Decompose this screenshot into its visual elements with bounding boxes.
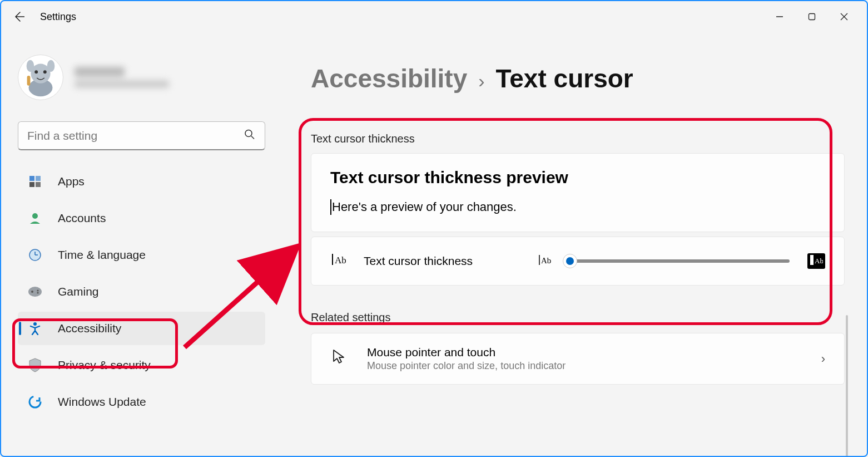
mouse-pointer-icon	[330, 348, 348, 370]
sidebar-item-label: Gaming	[58, 285, 99, 298]
sidebar-item-accounts[interactable]: Accounts	[18, 202, 265, 235]
sidebar-item-update[interactable]: Windows Update	[18, 385, 265, 419]
sidebar-item-accessibility[interactable]: Accessibility	[18, 312, 265, 345]
profile-info	[75, 67, 169, 88]
section-label-thickness: Text cursor thickness	[311, 132, 845, 145]
main-content: Accessibility › Text cursor Text cursor …	[282, 32, 867, 456]
slider-label: Text cursor thickness	[364, 254, 473, 268]
related-desc: Mouse pointer color and size, touch indi…	[367, 360, 802, 372]
svg-rect-30	[810, 255, 814, 265]
svg-point-24	[33, 322, 37, 326]
svg-point-21	[31, 291, 33, 293]
search-input[interactable]	[18, 121, 265, 150]
sidebar-item-apps[interactable]: Apps	[18, 165, 265, 198]
svg-text:Ab: Ab	[541, 256, 551, 265]
svg-rect-13	[36, 176, 41, 181]
breadcrumb-parent[interactable]: Accessibility	[311, 63, 467, 94]
svg-text:Ab: Ab	[815, 257, 823, 265]
text-cursor-preview-icon	[330, 199, 331, 215]
time-icon	[28, 248, 42, 262]
page-title: Text cursor	[496, 63, 633, 94]
preview-title: Text cursor thickness preview	[330, 168, 825, 187]
window-controls	[763, 6, 860, 28]
profile-email	[75, 80, 169, 88]
svg-rect-15	[36, 182, 41, 187]
svg-line-11	[251, 136, 254, 139]
svg-point-6	[43, 70, 47, 73]
sidebar-item-label: Time & language	[58, 248, 146, 262]
back-button[interactable]	[8, 6, 30, 28]
close-button[interactable]	[828, 6, 860, 28]
svg-point-7	[27, 60, 34, 72]
sidebar-item-time[interactable]: Time & language	[18, 238, 265, 272]
privacy-icon	[28, 358, 42, 372]
slider-thumb[interactable]	[563, 254, 577, 268]
svg-rect-14	[29, 182, 34, 187]
apps-icon	[28, 174, 42, 189]
scrollbar[interactable]	[846, 315, 848, 456]
thickness-lead-icon: Ab	[330, 252, 346, 271]
svg-rect-12	[29, 176, 34, 181]
sidebar-item-privacy[interactable]: Privacy & security	[18, 348, 265, 382]
sidebar-item-label: Privacy & security	[58, 358, 151, 372]
svg-point-5	[34, 70, 38, 73]
related-item-mouse[interactable]: Mouse pointer and touch Mouse pointer co…	[311, 333, 845, 385]
svg-point-10	[245, 130, 252, 137]
svg-point-16	[32, 213, 38, 219]
svg-point-23	[37, 292, 38, 293]
preview-card: Text cursor thickness preview Here's a p…	[311, 153, 845, 232]
preview-row: Here's a preview of your changes.	[330, 199, 825, 215]
chevron-right-icon: ›	[478, 70, 484, 92]
svg-text:Ab: Ab	[335, 255, 346, 266]
related-title: Mouse pointer and touch	[367, 346, 802, 359]
slider-min-icon: Ab	[538, 253, 552, 269]
update-icon	[28, 395, 42, 409]
preview-text: Here's a preview of your changes.	[332, 200, 517, 214]
search-box	[18, 121, 265, 150]
accessibility-icon	[28, 321, 42, 336]
search-icon	[244, 129, 255, 143]
maximize-button[interactable]	[796, 6, 828, 28]
related-heading: Related settings	[311, 311, 845, 324]
svg-point-20	[28, 287, 42, 297]
svg-rect-9	[27, 76, 31, 86]
thickness-slider[interactable]	[570, 259, 790, 263]
sidebar-item-label: Accessibility	[58, 322, 121, 335]
minimize-button[interactable]	[763, 6, 796, 28]
accounts-icon	[28, 211, 42, 225]
gaming-icon	[28, 284, 42, 299]
thickness-slider-card: Ab Text cursor thickness Ab Ab	[311, 237, 845, 286]
svg-point-22	[37, 289, 38, 291]
profile-name	[75, 67, 125, 77]
sidebar-item-label: Windows Update	[58, 395, 146, 409]
svg-point-8	[47, 60, 55, 72]
breadcrumb: Accessibility › Text cursor	[311, 63, 845, 94]
titlebar: Settings	[1, 1, 867, 32]
profile-block[interactable]	[18, 55, 265, 100]
sidebar: Apps Accounts Time & language Gaming Acc	[1, 32, 282, 456]
sidebar-item-label: Apps	[58, 175, 85, 188]
slider-max-icon: Ab	[807, 253, 825, 269]
sidebar-item-label: Accounts	[58, 212, 106, 225]
chevron-right-icon: ›	[821, 352, 825, 366]
app-title: Settings	[40, 11, 76, 23]
svg-rect-1	[809, 14, 815, 20]
sidebar-item-gaming[interactable]: Gaming	[18, 275, 265, 308]
avatar	[18, 55, 63, 100]
